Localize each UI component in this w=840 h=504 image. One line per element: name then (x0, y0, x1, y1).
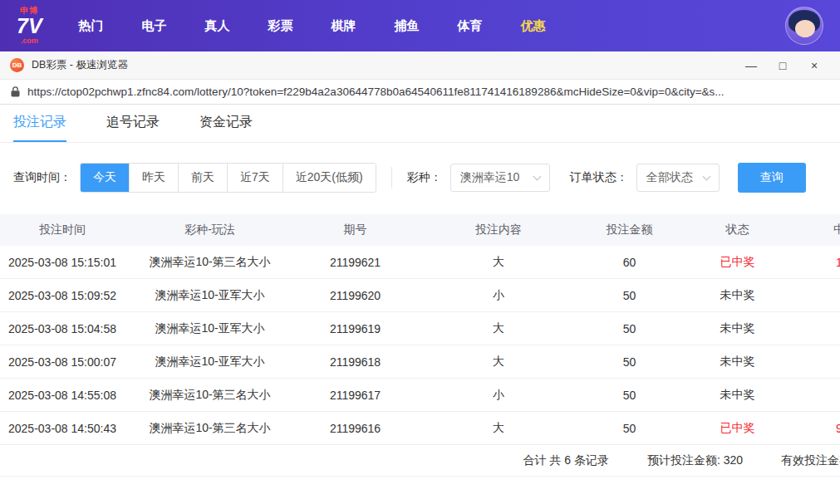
user-avatar[interactable] (785, 7, 823, 45)
cell-amount: 50 (582, 322, 677, 335)
table-row: 2025-03-08 15:09:52澳洲幸运10-亚军大小21199620小5… (0, 279, 840, 312)
cell-time: 2025-03-08 14:50:43 (0, 422, 125, 435)
bet-records-table: 投注时间 彩种-玩法 期号 投注内容 投注金额 状态 中 2025-03-08 … (0, 214, 840, 445)
table-row: 2025-03-08 14:55:08澳洲幸运10-第三名大小21199617小… (0, 379, 840, 412)
window-title: DB彩票 - 极速浏览器 (32, 58, 128, 72)
cell-amount: 50 (582, 422, 677, 435)
url-text: https://ctop02pchwp1.zfnc84.com/lottery/… (27, 86, 725, 98)
filter-divider (391, 167, 392, 188)
tab-bet-records[interactable]: 投注记录 (13, 105, 66, 142)
browser-url-bar[interactable]: https://ctop02pchwp1.zfnc84.com/lottery/… (0, 80, 840, 105)
header-bet-time: 投注时间 (0, 223, 125, 237)
cell-game: 澳洲幸运10-亚军大小 (125, 321, 295, 336)
cell-issue: 21199616 (295, 422, 415, 435)
cell-content: 小 (415, 288, 582, 303)
tab-fund-records[interactable]: 资金记录 (199, 105, 253, 142)
cell-content: 小 (415, 388, 582, 403)
cell-issue: 21199621 (295, 256, 415, 269)
nav-item-sports[interactable]: 体育 (458, 18, 483, 34)
cell-time: 2025-03-08 15:04:58 (0, 322, 125, 335)
nav-item-cards[interactable]: 棋牌 (332, 18, 356, 34)
time-option-day-before[interactable]: 前天 (178, 164, 227, 192)
expected-bet-amount-text: 预计投注金额: 320 (647, 453, 743, 468)
table-header-row: 投注时间 彩种-玩法 期号 投注内容 投注金额 状态 中 (0, 214, 840, 246)
cell-game: 澳洲幸运10-第三名大小 (125, 255, 295, 270)
cell-time: 2025-03-08 15:09:52 (0, 289, 125, 302)
header-status: 状态 (677, 223, 798, 237)
table-body: 2025-03-08 15:15:01澳洲幸运10-第三名大小21199621大… (0, 246, 840, 445)
logo-text-com: .com (21, 37, 38, 45)
cell-time: 2025-03-08 14:55:08 (0, 389, 125, 402)
nav-item-live[interactable]: 真人 (205, 18, 230, 34)
site-logo[interactable]: 申博 7V .com (17, 7, 42, 45)
order-status-label: 订单状态： (570, 170, 628, 185)
cell-game: 澳洲幸运10-亚军大小 (125, 288, 295, 303)
search-button[interactable]: 查询 (738, 163, 806, 193)
cell-status: 未中奖 (677, 388, 798, 403)
total-records-text: 合计 共 6 条记录 (523, 453, 609, 468)
cell-status: 已中奖 (677, 255, 798, 270)
tab-chase-records[interactable]: 追号记录 (106, 105, 160, 142)
nav-item-fishing[interactable]: 捕鱼 (395, 18, 420, 34)
valid-bet-amount-text: 有效投注金额: (781, 453, 840, 468)
cell-content: 大 (415, 355, 582, 369)
nav-item-promos[interactable]: 优惠 (521, 18, 546, 34)
chevron-down-icon (702, 173, 710, 181)
record-tabs: 投注记录 追号记录 资金记录 (0, 105, 840, 143)
cell-time: 2025-03-08 15:15:01 (0, 256, 125, 269)
cell-issue: 21199617 (295, 389, 415, 402)
lottery-type-value: 澳洲幸运10 (460, 170, 520, 185)
cell-time: 2025-03-08 15:00:07 (0, 355, 125, 369)
header-win-amount: 中 (798, 223, 840, 237)
avatar-face (795, 20, 815, 37)
nav-item-hot[interactable]: 热门 (79, 18, 104, 34)
query-time-label: 查询时间： (13, 170, 71, 185)
cell-win: 1 (798, 256, 840, 269)
table-row: 2025-03-08 15:15:01澳洲幸运10-第三名大小21199621大… (0, 246, 840, 279)
logo-text-main: 7V (17, 16, 42, 37)
cell-content: 大 (415, 255, 582, 270)
browser-title-bar: DB DB彩票 - 极速浏览器 — □ × (0, 51, 840, 80)
cell-content: 大 (415, 421, 582, 436)
table-row: 2025-03-08 15:04:58澳洲幸运10-亚军大小21199619大5… (0, 312, 840, 345)
time-option-yesterday[interactable]: 昨天 (129, 164, 178, 192)
nav-item-slots[interactable]: 电子 (142, 18, 167, 34)
cell-game: 澳洲幸运10-第三名大小 (125, 421, 295, 436)
header-bet-amount: 投注金额 (582, 223, 677, 237)
cell-issue: 21199620 (295, 289, 415, 302)
time-option-20days[interactable]: 近20天(低频) (282, 164, 376, 192)
cell-status: 已中奖 (677, 421, 798, 436)
cell-issue: 21199619 (295, 322, 415, 335)
time-option-today[interactable]: 今天 (81, 164, 129, 192)
cell-content: 大 (415, 321, 582, 336)
chevron-down-icon (533, 173, 541, 181)
nav-item-lottery[interactable]: 彩票 (268, 18, 293, 34)
order-status-value: 全部状态 (646, 170, 693, 185)
filter-bar: 查询时间： 今天 昨天 前天 近7天 近20天(低频) 彩种： 澳洲幸运10 订… (0, 143, 840, 214)
cell-win: 9 (798, 422, 840, 435)
time-range-segmented-control: 今天 昨天 前天 近7天 近20天(低频) (80, 163, 376, 193)
cell-amount: 50 (582, 289, 677, 302)
maximize-button[interactable]: □ (767, 51, 798, 80)
lottery-type-label: 彩种： (407, 170, 442, 185)
cell-amount: 60 (582, 256, 677, 269)
site-top-nav: 申博 7V .com 热门 电子 真人 彩票 棋牌 捕鱼 体育 优惠 (0, 0, 840, 51)
table-row: 2025-03-08 14:50:43澳洲幸运10-第三名大小21199616大… (0, 412, 840, 445)
browser-tab-icon: DB (10, 58, 24, 72)
cell-status: 未中奖 (677, 321, 798, 336)
order-status-select[interactable]: 全部状态 (636, 164, 720, 192)
lock-icon (11, 86, 20, 97)
time-option-7days[interactable]: 近7天 (227, 164, 282, 192)
window-controls: — □ × (735, 51, 830, 80)
cell-amount: 50 (582, 389, 677, 402)
cell-issue: 21199618 (295, 355, 415, 369)
lottery-type-select[interactable]: 澳洲幸运10 (450, 164, 550, 192)
cell-amount: 50 (582, 355, 677, 369)
header-game-play: 彩种-玩法 (125, 223, 295, 237)
header-issue: 期号 (295, 223, 415, 237)
site-nav-menu: 热门 电子 真人 彩票 棋牌 捕鱼 体育 优惠 (79, 18, 546, 34)
minimize-button[interactable]: — (735, 51, 767, 80)
table-row: 2025-03-08 15:00:07澳洲幸运10-亚军大小21199618大5… (0, 345, 840, 379)
close-button[interactable]: × (798, 51, 830, 80)
cell-game: 澳洲幸运10-亚军大小 (125, 355, 295, 369)
